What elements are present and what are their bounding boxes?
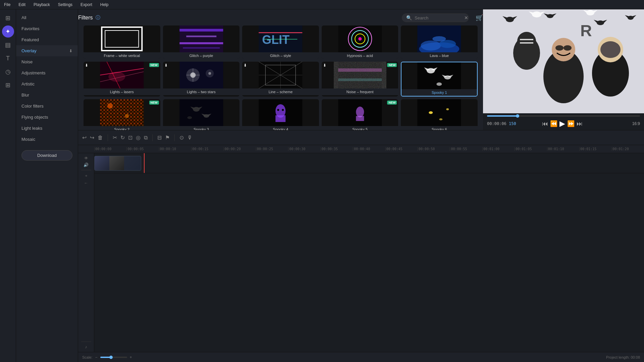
cat-noise[interactable]: Noise	[16, 56, 78, 67]
sidebar-text-btn[interactable]: T	[2, 52, 14, 64]
filter-spooky-1[interactable]: Spooky 1	[401, 62, 478, 97]
clip-thumb-2	[109, 156, 124, 170]
scale-label: Scale:	[82, 355, 93, 359]
overlay-btn[interactable]: ⊟	[157, 134, 162, 141]
toolbar-divider-2	[152, 134, 153, 141]
scale-plus-icon[interactable]: +	[130, 355, 132, 360]
cat-light-leaks[interactable]: Light leaks	[16, 123, 78, 134]
cat-artistic[interactable]: Artistic	[16, 78, 78, 89]
menu-export[interactable]: Export	[79, 2, 94, 8]
sidebar-time-btn[interactable]: ◷	[2, 66, 14, 78]
track-lock-icon[interactable]: 🔊	[84, 163, 89, 167]
cat-all[interactable]: All	[16, 12, 78, 23]
next-frame-btn[interactable]: ⏩	[567, 120, 575, 127]
filter-spooky-3-label: Spooky 3	[163, 126, 240, 130]
svg-point-106	[555, 45, 564, 51]
cat-mosaic[interactable]: Mosaic	[16, 134, 78, 145]
repeat-btn[interactable]: ↻	[120, 134, 125, 141]
skip-end-btn[interactable]: ⏭	[577, 120, 583, 127]
scale-minus-icon[interactable]: −	[95, 355, 98, 360]
target-btn[interactable]: ◎	[136, 134, 141, 141]
ruler-mark-4: 00:00:20	[224, 147, 256, 151]
cat-overlay[interactable]: Overlay ⬇	[16, 45, 78, 56]
filter-spooky-2-badge: NEW	[149, 101, 159, 105]
cat-flying-objects[interactable]: Flying objects	[16, 112, 78, 123]
filter-lights-two-stars-download[interactable]: ⬇	[164, 63, 168, 68]
filter-frame-white[interactable]: Frame – white vertical	[84, 25, 160, 59]
filter-line-scheme-download[interactable]: ⬇	[244, 63, 247, 68]
cat-adjustments[interactable]: Adjustments	[16, 67, 78, 78]
filter-noise-frequent-download[interactable]: ⬇	[323, 63, 326, 68]
track-audio-icon[interactable]: ♪	[85, 345, 87, 349]
cat-color-filters[interactable]: Color filters	[16, 101, 78, 112]
filter-line-scheme-label: Line – scheme	[242, 88, 319, 95]
filter-lights-two-stars[interactable]: ⬇ Lights – two stars	[163, 62, 240, 97]
cart-icon[interactable]: 🛒	[476, 14, 483, 21]
svg-point-101	[517, 32, 536, 51]
filter-lights-lasers[interactable]: NEW ⬇ Lights – lasers	[84, 62, 160, 97]
filter-spooky-4[interactable]: Spooky 4	[242, 99, 319, 130]
skip-start-btn[interactable]: ⏮	[542, 120, 548, 127]
filters-header: Filters ⓘ 🔍 ✕ 🛒	[78, 9, 483, 25]
audio-btn[interactable]: 🎙	[187, 135, 193, 141]
svg-text:R: R	[580, 22, 592, 40]
clear-icon[interactable]: ✕	[464, 15, 468, 20]
sidebar-files-btn[interactable]: ⊞	[2, 12, 14, 24]
svg-point-58	[125, 114, 129, 118]
filter-noise-frequent[interactable]: NEW ⬇ Noise – frequent	[322, 62, 398, 97]
svg-rect-42	[338, 68, 382, 72]
crop-btn[interactable]: ⊡	[128, 134, 132, 141]
ruler-mark-6: 00:00:30	[288, 147, 320, 151]
cut-btn[interactable]: ✂	[113, 134, 117, 141]
menu-edit[interactable]: Edit	[17, 2, 27, 8]
svg-rect-4	[179, 29, 223, 32]
filter-lights-lasers-download[interactable]: ⬇	[85, 63, 88, 68]
svg-rect-56	[100, 99, 144, 126]
cat-featured[interactable]: Featured	[16, 34, 78, 45]
cat-blur[interactable]: Blur	[16, 89, 78, 101]
filter-spooky-5[interactable]: NEW Spooky 5	[322, 99, 398, 130]
filter-spooky-6[interactable]: Spooky 6	[401, 99, 478, 130]
info-icon[interactable]: ⓘ	[96, 15, 100, 21]
motion-btn[interactable]: ⊙	[179, 134, 184, 141]
redo-btn[interactable]: ↪	[90, 134, 94, 141]
menu-settings[interactable]: Settings	[57, 2, 74, 8]
prev-frame-btn[interactable]: ⏪	[550, 120, 557, 127]
menu-playback[interactable]: Playback	[32, 2, 51, 8]
svg-point-16	[358, 37, 362, 41]
filter-glitch-style[interactable]: GLIT Glitch – style	[242, 25, 319, 59]
play-btn[interactable]: ▶	[559, 119, 565, 128]
ruler-mark-10: 00:00:50	[418, 147, 450, 151]
scale-dot	[109, 356, 113, 359]
undo-btn[interactable]: ↩	[82, 134, 87, 141]
filter-spooky-3[interactable]: Spooky 3	[163, 99, 240, 130]
progress-dot	[516, 114, 519, 118]
menu-help[interactable]: Help	[99, 2, 110, 8]
track-eye-icon[interactable]: 👁	[84, 156, 88, 161]
sidebar-grid-btn[interactable]: ⊞	[2, 79, 14, 91]
delete-btn[interactable]: 🗑	[98, 135, 103, 141]
filter-glitch-purple[interactable]: Glitch – purple	[163, 25, 240, 59]
flag-btn[interactable]: ⚑	[165, 134, 170, 141]
download-button[interactable]: Download	[21, 150, 72, 161]
svg-rect-75	[418, 99, 461, 126]
cat-favorites[interactable]: Favorites	[16, 23, 78, 34]
filter-spooky-2[interactable]: NEW Spooky 2	[84, 99, 160, 130]
progress-bar[interactable]	[487, 115, 640, 117]
filter-lava-blue[interactable]: Lava – blue	[401, 25, 478, 59]
track-arrow-icon[interactable]: ←	[84, 181, 88, 185]
menu-file[interactable]: File	[3, 2, 12, 8]
search-input[interactable]	[415, 15, 462, 20]
track-add-icon[interactable]: ＋	[84, 173, 88, 179]
scale-slider[interactable]	[100, 357, 127, 358]
svg-point-71	[282, 109, 284, 111]
sidebar-effects-btn[interactable]: ✦	[2, 25, 14, 38]
sidebar-layers-btn[interactable]: ▤	[2, 39, 14, 51]
video-clip[interactable]	[94, 156, 141, 171]
filter-line-scheme[interactable]: ⬇ Line – scheme	[242, 62, 319, 97]
filter-hypnosis-acid[interactable]: Hypnosis – acid	[322, 25, 398, 59]
preview-image: R	[483, 9, 644, 113]
icon-sidebar: ⊞ ✦ ▤ T ◷ ⊞	[0, 9, 16, 362]
adjust-btn[interactable]: ⧉	[144, 135, 148, 141]
svg-rect-74	[356, 116, 364, 121]
